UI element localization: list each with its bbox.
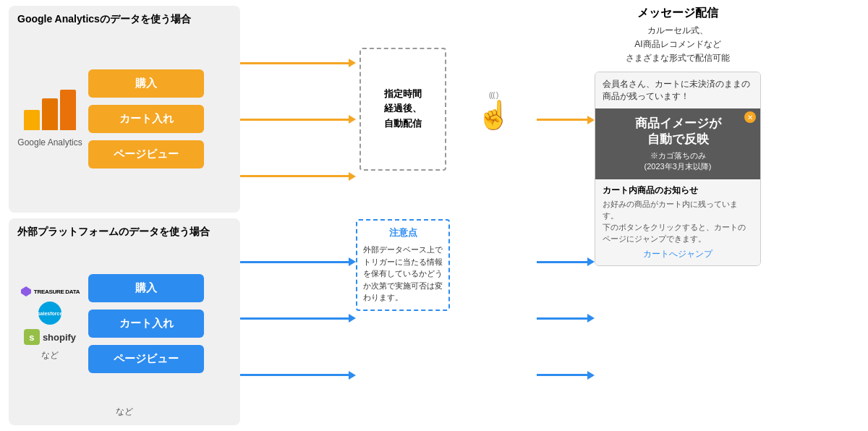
wifi-arcs: ((( ) bbox=[477, 90, 511, 99]
orange-arrow-3 bbox=[240, 172, 356, 181]
ext-nado2: など bbox=[17, 406, 231, 418]
blue-arrow-3 bbox=[240, 371, 356, 380]
center-bot: 注意点 外部データベース上でトリガーに当たる情報を保有しているかどうか次第で実施… bbox=[356, 212, 450, 425]
dashed-box-top: 指定時間 経過後、 自動配信 bbox=[359, 48, 446, 171]
orange-arrow-right bbox=[537, 6, 595, 219]
msg-mid: ✕ 商品イメージが自動で反映 ※カゴ落ちのみ(2023年3月末以降) bbox=[595, 108, 760, 179]
ext-btn-cart[interactable]: カート入れ bbox=[88, 310, 204, 338]
blue-arrow-2 bbox=[240, 314, 356, 323]
note-text: 外部データベース上でトリガーに当たる情報を保有しているかどうか次第で実施可否は変… bbox=[363, 244, 443, 304]
shopify-text: shopify bbox=[43, 332, 76, 343]
salesforce-logo: salesforce bbox=[38, 302, 61, 325]
finger-emoji: ☝ bbox=[477, 99, 511, 131]
arrows-right-col bbox=[537, 6, 595, 425]
right-card: メッセージ配信 カルーセル式、AI商品レコメンドなどさまざまな形式で配信可能 会… bbox=[595, 6, 761, 266]
shopify-icon: s bbox=[24, 329, 40, 345]
orange-arrow-1 bbox=[240, 59, 356, 67]
ga-btn-pageview[interactable]: ページビュー bbox=[88, 140, 204, 168]
svg-marker-0 bbox=[21, 286, 31, 296]
msg-mid-title: 商品イメージが自動で反映 bbox=[603, 116, 753, 148]
msg-mid-sub: ※カゴ落ちのみ(2023年3月末以降) bbox=[603, 150, 753, 172]
center-label-line2: 経過後、 bbox=[384, 103, 422, 114]
shopify-logo: s shopify bbox=[24, 329, 76, 345]
ext-logo-col: TREASURE DATA salesforce s shopify など bbox=[17, 286, 82, 362]
ext-panel-title: 外部プラットフォームのデータを使う場合 bbox=[17, 226, 231, 239]
right-title: メッセージ配信 bbox=[595, 6, 761, 21]
ga-logo-text: Google Analytics bbox=[17, 137, 82, 148]
message-card: 会員名さん、カートに未決済のままの商品が残っています！ ✕ 商品イメージが自動で… bbox=[595, 72, 761, 267]
note-title: 注意点 bbox=[363, 226, 443, 239]
msg-bot-title: カート内商品のお知らせ bbox=[603, 185, 753, 196]
treasure-data-logo: TREASURE DATA bbox=[20, 286, 80, 297]
ga-panel-body: Google Analytics 購入 カート入れ ページビュー bbox=[17, 32, 231, 205]
ga-btn-col: 購入 カート入れ ページビュー bbox=[88, 69, 231, 168]
left-panels: Google Analyticsのデータを使う場合 Google Analyti… bbox=[9, 6, 240, 425]
ext-panel: 外部プラットフォームのデータを使う場合 TREASURE DATA salesf… bbox=[9, 218, 240, 425]
msg-bot: カート内商品のお知らせ お好みの商品がカート内に残っています。下のボタンをクリッ… bbox=[595, 179, 760, 265]
ext-nado: など bbox=[41, 349, 59, 362]
center-col: 指定時間 経過後、 自動配信 注意点 外部データベース上でトリガーに当たる情報を… bbox=[356, 6, 450, 425]
right-panel: メッセージ配信 カルーセル式、AI商品レコメンドなどさまざまな形式で配信可能 会… bbox=[595, 6, 859, 425]
ga-logo-col: Google Analytics bbox=[17, 90, 82, 148]
ga-btn-purchase[interactable]: 購入 bbox=[88, 69, 204, 98]
ext-panel-body: TREASURE DATA salesforce s shopify など 購入 bbox=[17, 244, 231, 403]
center-label-line1: 指定時間 bbox=[384, 88, 422, 98]
close-btn[interactable]: ✕ bbox=[744, 111, 756, 123]
ga-bar-3 bbox=[60, 90, 76, 130]
ga-bar-1 bbox=[24, 110, 40, 130]
blue-arrow-1 bbox=[240, 257, 356, 266]
td-icon bbox=[20, 286, 32, 297]
ga-panel-title: Google Analyticsのデータを使う場合 bbox=[17, 13, 231, 26]
ga-panel: Google Analyticsのデータを使う場合 Google Analyti… bbox=[9, 6, 240, 213]
ga-icon bbox=[24, 90, 76, 130]
ga-btn-cart[interactable]: カート入れ bbox=[88, 105, 204, 133]
cart-jump-link[interactable]: カートへジャンプ bbox=[603, 249, 753, 260]
touch-icon: ((( ) ☝ bbox=[477, 90, 511, 131]
ext-btn-col: 購入 カート入れ ページビュー bbox=[88, 274, 231, 373]
ext-btn-pageview[interactable]: ページビュー bbox=[88, 345, 204, 373]
blue-arrows bbox=[240, 219, 356, 425]
td-text: TREASURE DATA bbox=[34, 289, 80, 295]
orange-arrow-2 bbox=[240, 115, 356, 124]
diagram-wrapper: Google Analyticsのデータを使う場合 Google Analyti… bbox=[0, 0, 868, 431]
orange-right-arrow bbox=[537, 116, 595, 124]
msg-bot-text: お好みの商品がカート内に残っています。下のボタンをクリックすると、カートのページ… bbox=[603, 199, 753, 244]
arrows-left-col bbox=[240, 6, 356, 425]
note-box: 注意点 外部データベース上でトリガーに当たる情報を保有しているかどうか次第で実施… bbox=[356, 219, 450, 311]
center-label-line3: 自動配信 bbox=[384, 118, 422, 129]
msg-top: 会員名さん、カートに未決済のままの商品が残っています！ bbox=[595, 72, 760, 109]
right-arrow-area bbox=[450, 216, 537, 425]
ext-btn-purchase[interactable]: 購入 bbox=[88, 274, 204, 302]
ga-bar-2 bbox=[42, 98, 58, 130]
center-top: 指定時間 経過後、 自動配信 bbox=[356, 6, 450, 212]
blue-right-arrow-2 bbox=[537, 314, 595, 323]
orange-arrows bbox=[240, 6, 356, 219]
blue-arrows-right bbox=[537, 219, 595, 425]
blue-right-arrow-1 bbox=[537, 257, 595, 266]
touch-icon-area: ((( ) ☝ bbox=[450, 6, 537, 216]
right-subtitle: カルーセル式、AI商品レコメンドなどさまざまな形式で配信可能 bbox=[595, 24, 761, 66]
center-label: 指定時間 経過後、 自動配信 bbox=[384, 86, 422, 131]
blue-right-arrow-3 bbox=[537, 371, 595, 380]
touch-arrows-col: ((( ) ☝ bbox=[450, 6, 537, 425]
